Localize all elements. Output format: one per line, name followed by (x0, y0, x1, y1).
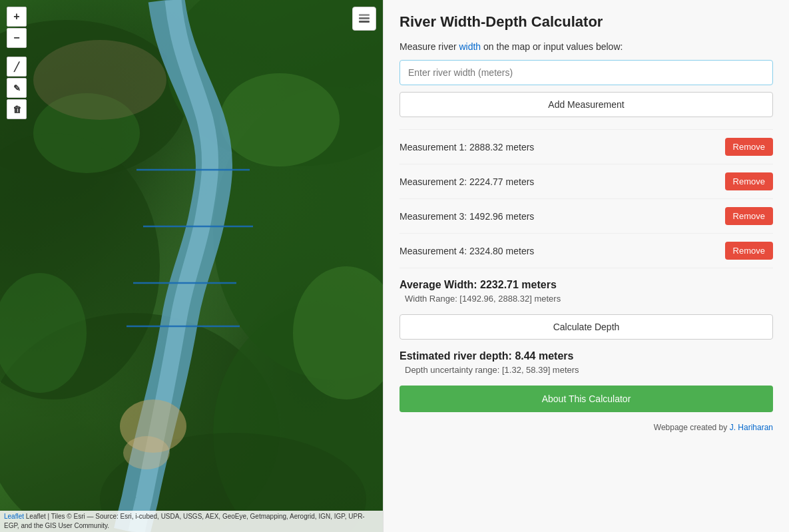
author-link[interactable]: J. Hariharan (730, 423, 773, 432)
instruction-text: Measure river width on the map or input … (399, 41, 773, 52)
about-button[interactable]: About This Calculator (399, 386, 773, 412)
delete-button[interactable]: 🗑 (7, 99, 27, 119)
leaflet-link[interactable]: Leaflet (4, 513, 24, 520)
measurement-label-4: Measurement 4: 2324.80 meters (399, 246, 534, 256)
add-measurement-button[interactable]: Add Measurement (399, 92, 773, 117)
edit-button[interactable]: ✎ (7, 78, 27, 98)
average-width-label: Average Width: 2232.71 meters (399, 279, 773, 291)
remove-button-4[interactable]: Remove (725, 242, 773, 260)
measurement-label-3: Measurement 3: 1492.96 meters (399, 211, 534, 222)
webpage-credit: Webpage created by J. Hariharan (399, 423, 773, 432)
measurement-row: Measurement 2: 2224.77 metersRemove (399, 164, 773, 199)
width-range-label: Width Range: [1492.96, 2888.32] meters (405, 294, 773, 304)
depth-result-section: Estimated river depth: 8.44 meters Depth… (399, 350, 773, 375)
measurement-row: Measurement 1: 2888.32 metersRemove (399, 129, 773, 164)
river-width-input[interactable] (399, 60, 773, 85)
layers-icon (357, 11, 372, 26)
svg-rect-18 (359, 21, 370, 23)
estimated-depth-label: Estimated river depth: 8.44 meters (399, 350, 773, 362)
svg-rect-19 (359, 17, 370, 19)
draw-controls: ╱ ✎ 🗑 (7, 57, 27, 119)
svg-rect-20 (359, 14, 370, 16)
measurements-list: Measurement 1: 2888.32 metersRemoveMeasu… (399, 129, 773, 268)
svg-point-13 (123, 436, 170, 469)
layer-switcher-button[interactable] (352, 7, 376, 31)
map-panel[interactable]: + − ╱ ✎ 🗑 Leaflet Leaflet | Tiles © Esri… (0, 0, 383, 532)
zoom-in-button[interactable]: + (7, 7, 27, 27)
remove-button-3[interactable]: Remove (725, 207, 773, 225)
measurement-row: Measurement 3: 1492.96 metersRemove (399, 199, 773, 234)
measurement-label-2: Measurement 2: 2224.77 meters (399, 176, 534, 187)
remove-button-1[interactable]: Remove (725, 138, 773, 156)
average-section: Average Width: 2232.71 meters Width Rang… (399, 279, 773, 304)
map-attribution: Leaflet Leaflet | Tiles © Esri — Source:… (0, 511, 383, 532)
zoom-out-button[interactable]: − (7, 28, 27, 48)
zoom-controls: + − (7, 7, 27, 48)
app-title: River Width-Depth Calculator (399, 13, 773, 31)
calculate-depth-button[interactable]: Calculate Depth (399, 314, 773, 340)
remove-button-2[interactable]: Remove (725, 172, 773, 190)
measurement-row: Measurement 4: 2324.80 metersRemove (399, 234, 773, 268)
draw-line-button[interactable]: ╱ (7, 57, 27, 77)
svg-point-11 (33, 40, 166, 120)
right-panel: River Width-Depth Calculator Measure riv… (383, 0, 789, 532)
measurement-label-1: Measurement 1: 2888.32 meters (399, 142, 534, 152)
svg-point-8 (220, 73, 340, 166)
depth-uncertainty-label: Depth uncertainty range: [1.32, 58.39] m… (405, 365, 773, 375)
